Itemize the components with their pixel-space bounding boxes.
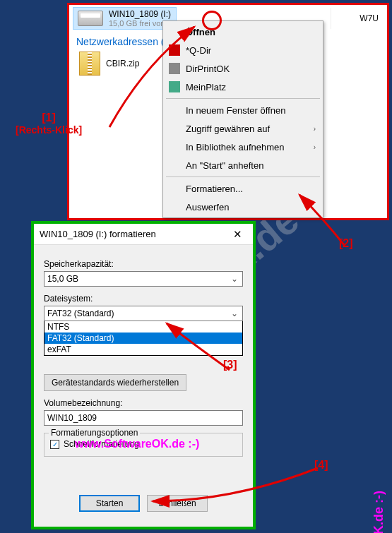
ctx-pin-start[interactable]: An "Start" anheften — [165, 156, 321, 174]
volume-input[interactable]: WIN10_1809 — [44, 410, 243, 426]
drive-label: W7U — [360, 13, 379, 23]
capacity-select[interactable]: 15,0 GB — [44, 271, 243, 287]
separator — [166, 176, 320, 177]
credit-text: www.SoftwareOK.de :-) — [75, 438, 199, 450]
arrow-1 — [102, 21, 230, 137]
dialog-title: WIN10_1809 (I:) formatieren — [40, 229, 156, 239]
chevron-right-icon: › — [314, 125, 316, 133]
titlebar[interactable]: WIN10_1809 (I:) formatieren ✕ — [34, 224, 253, 245]
filesystem-label: Dateisystem: — [44, 294, 243, 304]
annotation-1: [1] [Rechts-Klick] — [16, 112, 82, 136]
volume-label: Volumebezeichnung: — [44, 398, 243, 408]
zip-icon — [79, 52, 100, 76]
drive-item[interactable]: W7U — [331, 8, 383, 29]
start-button[interactable]: Starten — [79, 495, 140, 512]
close-button[interactable]: ✕ — [222, 224, 253, 245]
side-credit: www.SoftwareOK.de :-) — [372, 491, 386, 533]
annotation-3: [3] — [223, 359, 237, 371]
group-label: Formatierungsoptionen — [49, 428, 140, 438]
arrow-3 — [162, 319, 240, 382]
ctx-library[interactable]: In Bibliothek aufnehmen› — [165, 138, 321, 156]
annotation-2: [2] — [339, 237, 353, 250]
drive-icon — [78, 11, 103, 26]
capacity-label: Speicherkapazität: — [44, 259, 243, 269]
arrow-4 — [148, 462, 325, 515]
annotation-4: [4] — [314, 459, 328, 472]
checkbox-icon: ✓ — [50, 440, 59, 449]
drive-label: WIN10_1809 (I:) — [109, 9, 172, 19]
chevron-right-icon: › — [314, 143, 316, 151]
